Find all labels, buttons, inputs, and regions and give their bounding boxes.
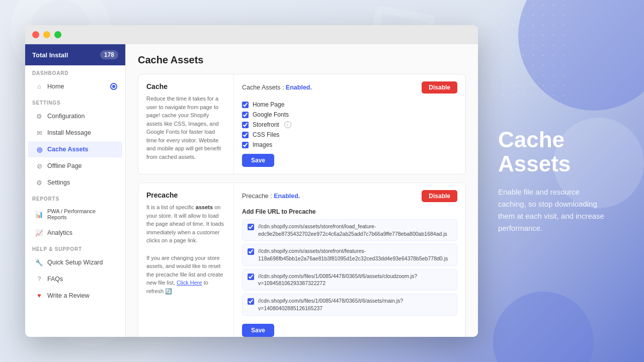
sidebar-item-analytics[interactable]: 📈 Analytics (28, 225, 122, 241)
pwa-reports-icon: 📊 (35, 210, 43, 218)
sidebar-item-cache-assets[interactable]: ◎ Cache Assets (28, 141, 122, 157)
sidebar-item-home[interactable]: ⌂ Home (28, 78, 122, 95)
url-item-4: //cdn.shopify.com/s/files/1/0085/4478/03… (242, 294, 457, 315)
sidebar-item-label: Offline Page (47, 162, 82, 169)
precache-description-text2: If you are changing your store assets, a… (146, 254, 225, 296)
traffic-light-green[interactable] (54, 31, 61, 38)
page-title: Cache Assets (138, 54, 466, 66)
sidebar-section-help: HELP & SUPPORT (25, 241, 125, 254)
traffic-light-red[interactable] (32, 31, 39, 38)
checkbox-storefront-input[interactable] (242, 122, 249, 128)
browser-content: Total Install 178 DASHBOARD ⌂ Home SETTI… (25, 44, 478, 337)
checkbox-images-label: Images (253, 141, 272, 148)
panel-circle-bg (553, 118, 644, 208)
sidebar-item-label: Install Message (47, 129, 91, 136)
sidebar-header-label: Total Install (32, 51, 68, 59)
precache-disable-button[interactable]: Disable (422, 190, 457, 202)
cache-status-text: Cache Assets : Enabled. (242, 84, 312, 91)
cache-disable-button[interactable]: Disable (422, 81, 457, 94)
cache-save-button[interactable]: Save (242, 154, 274, 167)
checkbox-home-page: Home Page (242, 100, 457, 110)
cache-description: Cache Reduce the time it takes for a use… (138, 74, 234, 174)
sidebar-section-reports: REPORTS (25, 191, 125, 204)
sidebar-header: Total Install 178 (25, 44, 125, 65)
right-panel: Cache Assets Enable file and resource ca… (488, 108, 619, 255)
url-item-2: //cdn.shopify.com/s/assets/storefront/fe… (242, 244, 457, 265)
sidebar-section-dashboard: DASHBOARD (25, 65, 125, 78)
sidebar-section-settings: SETTINGS (25, 95, 125, 108)
faqs-icon: ? (35, 275, 43, 283)
click-here-link[interactable]: Click Here (177, 280, 202, 286)
sidebar-item-label: Configuration (47, 113, 85, 120)
browser-window: Total Install 178 DASHBOARD ⌂ Home SETTI… (25, 25, 478, 337)
precache-status-value: Enabled. (274, 193, 300, 200)
quick-setup-icon: 🔧 (35, 258, 43, 266)
url-checkbox-1[interactable] (248, 224, 254, 230)
sidebar-item-write-review[interactable]: ♥ Write a Review (28, 288, 122, 304)
sidebar-item-offline-page[interactable]: ⊘ Offline Page (28, 158, 122, 174)
browser-titlebar (25, 25, 478, 44)
sidebar-item-faqs[interactable]: ? FAQs (28, 271, 122, 287)
url-value-4: //cdn.shopify.com/s/files/1/0085/4478/03… (258, 297, 452, 312)
home-icon: ⌂ (35, 82, 43, 90)
url-value-2: //cdn.shopify.com/s/assets/storefront/fe… (258, 247, 452, 262)
checkbox-css-files-label: CSS Files (253, 131, 279, 138)
cache-section-title: Cache (146, 82, 225, 90)
url-value-3: //cdn.shopify.com/s/files/1/0085/4478/03… (258, 273, 452, 287)
precache-save-button[interactable]: Save (242, 324, 274, 337)
url-value-1: //cdn.shopify.com/s/assets/storefront/lo… (258, 223, 452, 237)
home-radio (110, 83, 117, 90)
url-checkbox-2[interactable] (248, 248, 254, 255)
sidebar-item-quick-setup[interactable]: 🔧 Quick Setup Wizard (28, 254, 122, 270)
checkbox-storefront: Storefront i (242, 120, 457, 130)
install-message-icon: ✉ (35, 129, 43, 137)
settings-icon: ⚙ (35, 178, 43, 187)
storefront-info-icon[interactable]: i (284, 121, 291, 128)
sidebar-header-badge: 178 (100, 50, 118, 59)
precache-description: Precache It is a list of specific assets… (138, 183, 234, 337)
checkbox-google-fonts-input[interactable] (242, 112, 249, 118)
sidebar-item-label: FAQs (47, 276, 63, 283)
url-item-1: //cdn.shopify.com/s/assets/storefront/lo… (242, 219, 457, 241)
sidebar-item-label: Home (47, 83, 64, 90)
sidebar-item-configuration[interactable]: ⚙ Configuration (28, 108, 122, 124)
url-checkbox-4[interactable] (248, 298, 254, 305)
checkbox-images-input[interactable] (242, 142, 249, 148)
precache-main: Precache : Enabled. Disable Add File URL… (234, 183, 465, 337)
checkbox-css-files-input[interactable] (242, 132, 249, 138)
checkbox-home-page-label: Home Page (253, 101, 284, 108)
configuration-icon: ⚙ (35, 112, 43, 120)
sidebar-item-settings[interactable]: ⚙ Settings (28, 174, 122, 191)
sidebar-item-pwa-reports[interactable]: 📊 PWA / Performance Reports (28, 204, 122, 224)
checkbox-home-page-input[interactable] (242, 102, 249, 108)
checkbox-css-files: CSS Files (242, 130, 457, 140)
cache-status-bar: Cache Assets : Enabled. Disable (242, 81, 457, 94)
cache-description-text: Reduce the time it takes for a user to n… (146, 95, 225, 161)
review-icon: ♥ (35, 292, 43, 300)
precache-status-text: Precache : Enabled. (242, 193, 300, 200)
precache-section-title: Precache (146, 191, 225, 199)
analytics-icon: 📈 (35, 229, 43, 237)
precache-status-bar: Precache : Enabled. Disable (242, 190, 457, 202)
url-item-3: //cdn.shopify.com/s/files/1/0085/4478/03… (242, 269, 457, 291)
cache-card: Cache Reduce the time it takes for a use… (138, 74, 466, 174)
checkbox-google-fonts: Google Fonts (242, 110, 457, 120)
sidebar-item-label: Quick Setup Wizard (47, 259, 103, 266)
checkbox-storefront-label: Storefront (253, 121, 279, 128)
url-list: //cdn.shopify.com/s/assets/storefront/lo… (242, 219, 457, 316)
sidebar-item-install-message[interactable]: ✉ Install Message (28, 125, 122, 141)
cache-status-value: Enabled. (286, 84, 312, 91)
offline-page-icon: ⊘ (35, 162, 43, 170)
url-checkbox-3[interactable] (248, 274, 254, 280)
bg-grid-dots (468, 0, 569, 101)
sidebar-item-label: Write a Review (47, 292, 90, 299)
bg-circle-bottom-right (493, 292, 594, 362)
sidebar-item-label: Settings (47, 179, 70, 186)
checkbox-images: Images (242, 140, 457, 150)
main-content: Cache Assets Cache Reduce the time it ta… (126, 44, 478, 337)
sidebar: Total Install 178 DASHBOARD ⌂ Home SETTI… (25, 44, 126, 337)
traffic-light-yellow[interactable] (43, 31, 50, 38)
right-panel-title-line1: Cache (498, 127, 565, 152)
sidebar-item-label: PWA / Performance Reports (47, 208, 115, 220)
url-section-label: Add File URL to Precache (242, 208, 457, 215)
